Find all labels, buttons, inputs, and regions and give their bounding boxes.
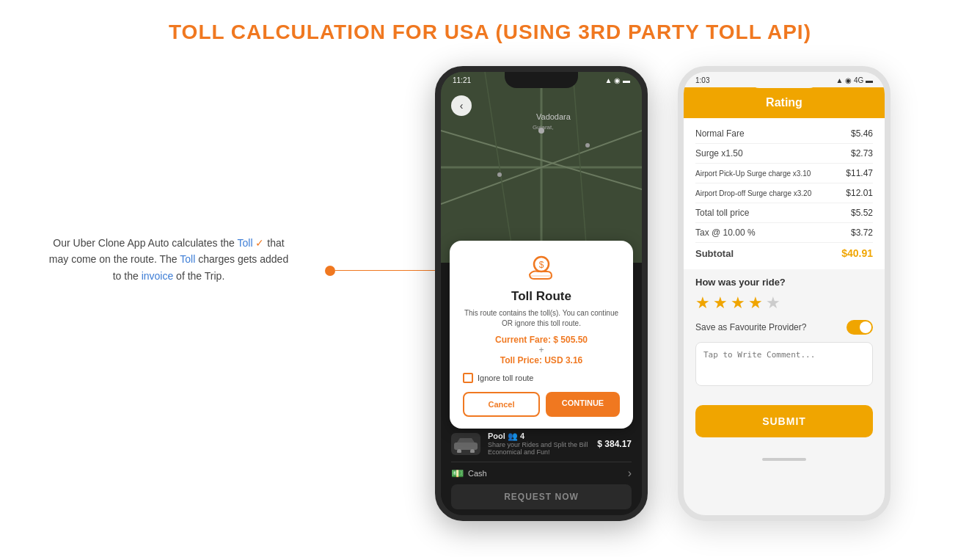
- time-left: 11:21: [453, 76, 471, 84]
- star-4[interactable]: ★: [748, 294, 763, 313]
- fav-label: Save as Favourite Provider?: [695, 322, 806, 332]
- toll-icon-wrap: $: [463, 255, 620, 285]
- annotation-dot: [325, 266, 335, 276]
- toll-icon: $: [524, 255, 559, 285]
- ride-name: Pool 👥 4: [488, 432, 590, 441]
- current-fare: Current Fare: $ 505.50: [463, 335, 620, 345]
- ride-option[interactable]: Pool 👥 4 Share your Rides and Split the …: [451, 432, 632, 456]
- svg-text:Vadodara: Vadodara: [536, 112, 571, 121]
- home-bar: [762, 458, 806, 461]
- subtotal-row: Subtotal $40.91: [695, 243, 873, 263]
- stars-row[interactable]: ★ ★ ★ ★ ★: [695, 294, 873, 313]
- fare-value-1: $2.73: [851, 148, 873, 159]
- page-title: TOLL CALCULATION FOR USA (USING 3RD PART…: [0, 0, 980, 44]
- svg-text:Gujarat,: Gujarat,: [533, 124, 553, 131]
- modal-description: This route contains the toll(s). You can…: [463, 308, 620, 329]
- bottom-panel: Pool 👥 4 Share your Rides and Split the …: [441, 424, 642, 515]
- svg-rect-15: [454, 443, 478, 450]
- modal-buttons: Cancel CONTINUE: [463, 392, 620, 417]
- fare-value-3: $12.01: [846, 188, 873, 198]
- fare-row-5: Tax @ 10.00 % $3.72: [695, 223, 873, 243]
- annotation-span: Our Uber Clone App Auto calculates the T…: [49, 237, 288, 282]
- toggle-knob: [860, 321, 871, 333]
- fare-row-3: Airport Drop-off Surge charge x3.20 $12.…: [695, 183, 873, 203]
- cash-icon: 💵: [451, 467, 464, 479]
- phone-notch: [505, 72, 578, 88]
- star-5[interactable]: ★: [766, 294, 780, 313]
- comment-textarea[interactable]: [695, 342, 873, 386]
- car-icon: [453, 435, 479, 453]
- plus-sign: +: [463, 345, 620, 355]
- fare-value-4: $5.52: [851, 208, 873, 218]
- request-now-button[interactable]: REQUEST NOW: [451, 484, 632, 509]
- ignore-row[interactable]: Ignore toll route: [463, 373, 620, 383]
- fare-value-5: $3.72: [851, 227, 873, 238]
- fare-row-4: Total toll price $5.52: [695, 203, 873, 223]
- subtotal-label: Subtotal: [695, 248, 734, 259]
- phone-left: Vadodara Gujarat, 11:21 ▲ ◉ ▬ ‹ $ Toll R…: [435, 66, 648, 521]
- time-right: 1:03: [695, 76, 709, 84]
- rating-title: Rating: [766, 96, 802, 109]
- fare-list: Normal Fare $5.46 Surge x1.50 $2.73 Airp…: [684, 118, 885, 269]
- how-title: How was your ride?: [695, 277, 873, 288]
- modal-title: Toll Route: [463, 289, 620, 304]
- svg-point-8: [497, 172, 502, 177]
- fare-value-0: $5.46: [851, 128, 873, 139]
- home-indicator: [684, 446, 885, 468]
- phone-notch-right: [747, 72, 821, 88]
- annotation-text: Our Uber Clone App Auto calculates the T…: [44, 235, 293, 284]
- fav-toggle[interactable]: [846, 320, 873, 335]
- rating-header: Rating: [684, 87, 885, 118]
- ride-info: Pool 👥 4 Share your Rides and Split the …: [488, 432, 590, 456]
- toll-modal: $ Toll Route This route contains the tol…: [450, 241, 633, 429]
- ride-description: Share your Rides and Split the Bill Econ…: [488, 441, 590, 456]
- ignore-label: Ignore toll route: [478, 374, 533, 382]
- chevron-right-icon: ›: [628, 467, 632, 480]
- ignore-checkbox[interactable]: [463, 373, 473, 383]
- toll-price: Toll Price: USD 3.16: [463, 355, 620, 365]
- favourite-row: Save as Favourite Provider?: [695, 320, 873, 335]
- svg-text:$: $: [539, 260, 544, 270]
- fare-label-1: Surge x1.50: [695, 148, 743, 159]
- fare-label-0: Normal Fare: [695, 128, 745, 139]
- submit-button[interactable]: SUBMIT: [695, 405, 873, 437]
- back-button[interactable]: ‹: [451, 95, 472, 116]
- fare-row-0: Normal Fare $5.46: [695, 124, 873, 144]
- how-section: How was your ride? ★ ★ ★ ★ ★ Save as Fav…: [684, 269, 885, 396]
- cancel-button[interactable]: Cancel: [463, 392, 540, 417]
- svg-point-9: [585, 143, 590, 148]
- status-icons-left: ▲ ◉ ▬: [605, 76, 630, 84]
- continue-button[interactable]: CONTINUE: [546, 392, 620, 417]
- ride-price: $ 384.17: [597, 439, 632, 449]
- star-1[interactable]: ★: [695, 294, 710, 313]
- fare-label-2: Airport Pick-Up Surge charge x3.10: [695, 170, 811, 178]
- status-icons-right: ▲ ◉ 4G ▬: [835, 76, 873, 84]
- star-2[interactable]: ★: [713, 294, 728, 313]
- star-3[interactable]: ★: [731, 294, 745, 313]
- fare-value-2: $11.47: [846, 168, 873, 178]
- fare-row-2: Airport Pick-Up Surge charge x3.10 $11.4…: [695, 164, 873, 183]
- payment-row[interactable]: 💵 Cash ›: [451, 462, 632, 480]
- subtotal-value: $40.91: [841, 247, 873, 259]
- map-background: Vadodara Gujarat,: [441, 72, 642, 263]
- fare-row-1: Surge x1.50 $2.73: [695, 144, 873, 164]
- ride-icon: [451, 433, 480, 455]
- fare-label-3: Airport Drop-off Surge charge x3.20: [695, 189, 811, 197]
- payment-label: Cash: [468, 469, 487, 478]
- map-svg: Vadodara Gujarat,: [441, 72, 642, 263]
- fare-label-5: Tax @ 10.00 %: [695, 227, 756, 238]
- fare-label-4: Total toll price: [695, 208, 749, 218]
- phone-right: 1:03 ▲ ◉ 4G ▬ Rating Normal Fare $5.46 S…: [678, 66, 891, 521]
